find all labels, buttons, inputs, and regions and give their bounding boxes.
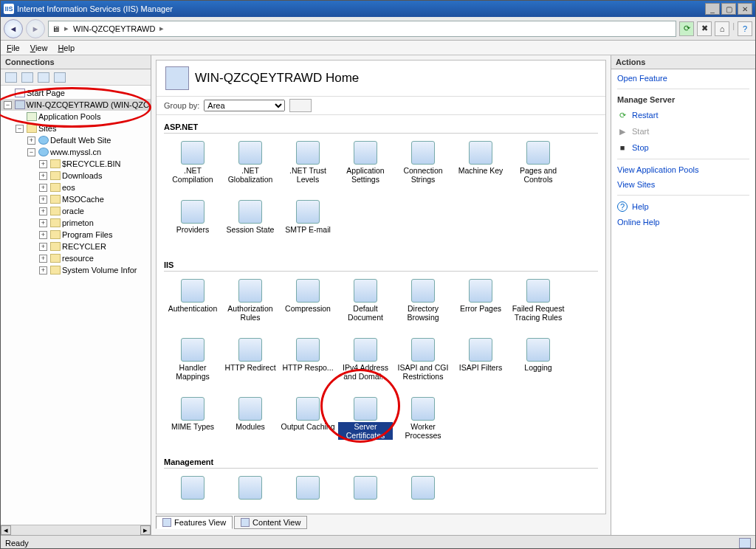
feature-list[interactable]: ASP.NET .NET Compilation.NET Globalizati… [157,115,605,514]
feature-item[interactable]: Directory Browsing [394,276,452,335]
menu-view[interactable]: View [30,44,48,52]
feature-item[interactable]: Worker Processes [394,394,452,453]
tree-folder[interactable]: RECYCLER [62,241,106,252]
tree-sites[interactable]: Sites [38,122,56,134]
action-view-app-pools[interactable]: View Application Pools [617,165,749,174]
action-online-help[interactable]: Online Help [617,218,749,227]
feature-item[interactable] [394,473,452,514]
close-button[interactable]: ✕ [738,3,752,15]
tree-folder[interactable]: resource [62,252,94,264]
scroll-right-icon[interactable]: ▸ [140,525,151,535]
group-by-bar: Group by: Area [157,97,605,115]
feature-item[interactable]: Application Settings [337,138,394,197]
expand-toggle[interactable]: + [39,196,47,204]
feature-item[interactable] [164,473,221,514]
feature-item[interactable]: Machine Key [452,138,509,197]
feature-item[interactable]: Default Document [337,276,394,335]
feature-item[interactable]: HTTP Respo... [279,335,337,394]
feature-item[interactable]: Authorization Rules [221,276,279,335]
feature-item[interactable]: MIME Types [164,394,221,453]
feature-item[interactable]: .NET Compilation [164,138,221,197]
feature-item[interactable]: .NET Globalization [221,138,279,197]
tree-folder[interactable]: System Volume Infor [62,264,137,276]
feature-item[interactable]: ISAPI Filters [452,335,509,394]
up-icon[interactable] [54,72,66,83]
expand-toggle[interactable]: + [39,255,47,263]
feature-item[interactable]: Output Caching [279,394,337,453]
tab-features-view[interactable]: Features View [156,516,233,529]
tab-content-view[interactable]: Content View [234,516,307,529]
scroll-left-icon[interactable]: ◂ [1,525,11,535]
expand-toggle[interactable]: + [39,231,47,239]
feature-item[interactable]: HTTP Redirect [221,335,279,394]
feature-item[interactable]: Failed Request Tracing Rules [509,276,567,335]
feature-item[interactable] [221,473,279,514]
expand-toggle[interactable]: + [39,243,47,251]
tree-folder[interactable]: Downloads [62,170,102,182]
breadcrumb-server[interactable]: WIN-QZCQEYTRAWD [73,24,155,33]
minimize-button[interactable]: _ [705,3,720,15]
feature-item[interactable]: Pages and Controls [509,138,567,197]
tree-folder[interactable]: primeton [62,217,94,229]
tree-folder[interactable]: Program Files [62,229,112,241]
tree-server[interactable]: WIN-QZCQEYTRAWD (WIN-QZC [27,99,149,111]
feature-item[interactable]: Session State [221,197,279,256]
group-by-select[interactable]: Area [204,100,285,111]
expand-toggle[interactable]: − [27,148,35,156]
refresh-button[interactable]: ⟳ [679,21,694,36]
feature-item[interactable]: Handler Mappings [164,335,221,394]
breadcrumb[interactable]: 🖥 ▸ WIN-QZCQEYTRAWD ▸ [48,21,676,37]
help-button[interactable]: ? [738,21,752,36]
feature-item[interactable]: Error Pages [452,276,509,335]
expand-toggle[interactable]: + [39,184,47,192]
expand-toggle[interactable]: + [39,172,47,180]
feature-item[interactable]: ISAPI and CGI Restrictions [394,335,452,394]
action-open-feature[interactable]: Open Feature [617,74,749,83]
feature-item[interactable]: Logging [509,335,567,394]
back-button[interactable]: ◄ [4,19,23,38]
feature-item[interactable] [337,473,394,514]
expand-toggle[interactable]: − [16,125,24,133]
tree-app-pools[interactable]: Application Pools [38,111,100,122]
tree-folder[interactable]: eos [62,182,75,193]
connect-icon[interactable] [5,72,17,83]
tree-folder[interactable]: $RECYCLE.BIN [62,158,120,170]
tree-start-page[interactable]: Start Page [27,87,65,99]
connections-tree[interactable]: Start Page −WIN-QZCQEYTRAWD (WIN-QZC App… [1,86,151,525]
expand-toggle[interactable]: + [39,266,47,274]
stop-button-nav[interactable]: ✖ [697,21,712,36]
feature-icon [238,279,262,303]
action-help[interactable]: Help [632,202,649,211]
maximize-button[interactable]: ▢ [721,3,736,15]
expand-toggle[interactable]: + [39,207,47,215]
feature-item[interactable] [279,473,337,514]
feature-item[interactable]: SMTP E-mail [279,197,337,256]
feature-item[interactable]: IPv4 Address and Domai... [337,335,394,394]
menu-file[interactable]: File [7,44,20,52]
action-stop[interactable]: Stop [632,143,649,152]
tree-folder[interactable]: oracle [62,205,84,217]
expand-toggle[interactable]: − [4,101,12,109]
expand-toggle[interactable]: + [27,137,35,145]
action-restart[interactable]: Restart [632,111,658,120]
feature-item[interactable]: Providers [164,197,221,256]
expand-toggle[interactable]: + [39,160,47,168]
feature-item[interactable]: Server Certificates [337,394,394,453]
feature-item[interactable]: Authentication [164,276,221,335]
feature-item[interactable]: .NET Trust Levels [279,138,337,197]
action-view-sites[interactable]: View Sites [617,180,749,189]
feature-item[interactable]: Connection Strings [394,138,452,197]
horiz-scrollbar[interactable]: ◂ ▸ [1,525,151,535]
expand-toggle[interactable]: + [39,219,47,227]
forward-button[interactable]: ► [26,19,45,38]
tree-default-site[interactable]: Default Web Site [50,134,111,146]
feature-item[interactable]: Compression [279,276,337,335]
feature-item[interactable]: Modules [221,394,279,453]
tree-folder[interactable]: MSOCache [62,193,104,205]
save-icon[interactable] [21,72,33,83]
tree-myssl[interactable]: www.myssl.cn [50,146,101,158]
remove-icon[interactable] [38,72,49,83]
view-mode-toggle[interactable] [289,99,312,112]
menu-help[interactable]: Help [58,44,75,52]
home-button[interactable]: ⌂ [715,21,729,36]
